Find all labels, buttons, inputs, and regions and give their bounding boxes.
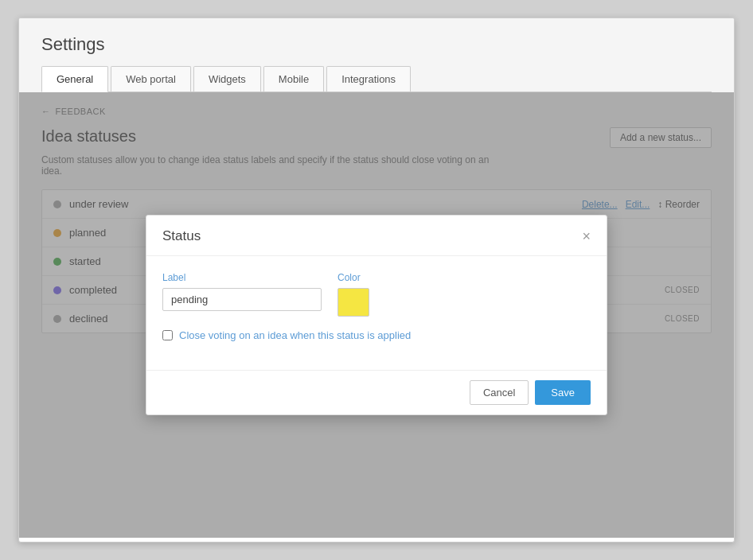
settings-header: Settings General Web portal Widgets Mobi… — [19, 18, 734, 92]
label-field-label: Label — [162, 272, 322, 283]
tabs-container: General Web portal Widgets Mobile Integr… — [41, 66, 712, 92]
checkbox-row: Close voting on an idea when this status… — [162, 329, 591, 341]
cancel-button[interactable]: Cancel — [470, 380, 529, 405]
modal-title: Status — [162, 228, 201, 244]
modal-footer: Cancel Save — [146, 370, 607, 414]
color-field-group: Color — [337, 272, 369, 317]
modal-header: Status × — [146, 216, 607, 256]
tab-web-portal[interactable]: Web portal — [111, 66, 191, 91]
status-modal: Status × Label Color Close voting on — [146, 215, 607, 415]
tab-general[interactable]: General — [41, 66, 108, 92]
tab-mobile[interactable]: Mobile — [263, 66, 324, 91]
label-input[interactable] — [162, 288, 322, 311]
label-field-group: Label — [162, 272, 322, 311]
tab-integrations[interactable]: Integrations — [326, 66, 411, 91]
modal-body: Label Color Close voting on an idea when… — [146, 256, 607, 370]
color-field-label: Color — [337, 272, 369, 283]
color-swatch[interactable] — [337, 288, 369, 317]
form-row: Label Color — [162, 272, 591, 317]
save-button[interactable]: Save — [535, 380, 591, 405]
page-title: Settings — [41, 34, 712, 55]
close-voting-label: Close voting on an idea when this status… — [179, 329, 411, 341]
tab-widgets[interactable]: Widgets — [193, 66, 261, 91]
close-voting-checkbox[interactable] — [162, 330, 173, 340]
main-content: ← FEEDBACK Idea statuses Add a new statu… — [19, 92, 734, 538]
modal-close-button[interactable]: × — [582, 229, 591, 243]
